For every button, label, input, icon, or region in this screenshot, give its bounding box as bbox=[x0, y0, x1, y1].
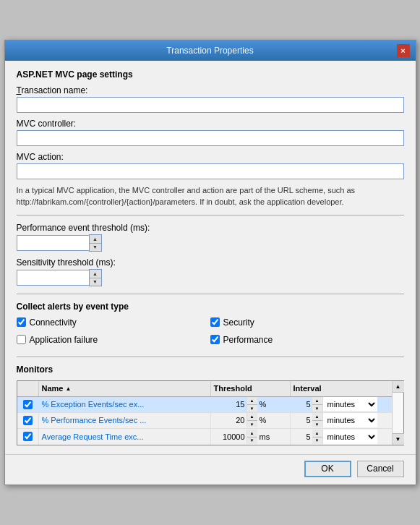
row3-threshold-up[interactable]: ▲ bbox=[247, 430, 257, 437]
th-threshold: Threshold bbox=[211, 381, 291, 396]
row3-threshold-down[interactable]: ▼ bbox=[247, 437, 257, 444]
row1-check-cell bbox=[17, 397, 39, 412]
table-row[interactable]: % Performance Events/sec ... ▲ ▼ % bbox=[17, 413, 392, 429]
row2-interval-up[interactable]: ▲ bbox=[312, 413, 322, 420]
divider-3 bbox=[17, 357, 404, 357]
row2-threshold-unit: % bbox=[257, 416, 269, 424]
sensitivity-up-button[interactable]: ▲ bbox=[90, 270, 101, 278]
row1-interval-input[interactable] bbox=[291, 397, 312, 411]
transaction-name-label-text: Transaction name: bbox=[17, 85, 88, 95]
checkbox-security: Security bbox=[210, 317, 404, 328]
row1-threshold-down[interactable]: ▼ bbox=[247, 404, 257, 411]
row3-checkbox[interactable] bbox=[23, 432, 33, 441]
row3-interval-select[interactable]: minutes seconds hours bbox=[322, 430, 377, 444]
row3-threshold-spinners: ▲ ▼ bbox=[247, 430, 257, 444]
row1-threshold-unit: % bbox=[257, 400, 269, 409]
app-failure-checkbox[interactable] bbox=[17, 335, 26, 344]
close-button[interactable]: × bbox=[397, 44, 410, 57]
row3-interval-input[interactable] bbox=[291, 430, 312, 444]
mvc-controller-input[interactable] bbox=[17, 130, 404, 146]
transaction-name-input[interactable] bbox=[17, 97, 404, 113]
row1-threshold-spinners: ▲ ▼ bbox=[247, 397, 257, 411]
transaction-properties-dialog: Transaction Properties × ASP.NET MVC pag… bbox=[4, 40, 416, 485]
connectivity-checkbox[interactable] bbox=[17, 317, 26, 327]
table-row[interactable]: % Exception Events/sec ex... ▲ ▼ % bbox=[17, 397, 392, 413]
performance-checkbox[interactable] bbox=[210, 335, 220, 344]
security-checkbox[interactable] bbox=[210, 317, 220, 327]
th-interval: Interval bbox=[291, 381, 377, 396]
monitors-section: Monitors Name ▲ Threshold Interval bbox=[17, 364, 404, 445]
row1-name-cell: % Exception Events/sec ex... bbox=[39, 397, 211, 412]
perf-threshold-spinner-buttons: ▲ ▼ bbox=[89, 234, 102, 252]
sensitivity-spinner-buttons: ▲ ▼ bbox=[89, 269, 102, 286]
row2-threshold-up[interactable]: ▲ bbox=[247, 413, 257, 420]
row1-threshold-up[interactable]: ▲ bbox=[247, 397, 257, 404]
mvc-action-label: MVC action: bbox=[17, 152, 404, 162]
row1-interval-select[interactable]: minutes seconds hours bbox=[322, 397, 377, 411]
table-header: Name ▲ Threshold Interval bbox=[17, 381, 392, 397]
row2-name-cell: % Performance Events/sec ... bbox=[39, 413, 211, 428]
cancel-button[interactable]: Cancel bbox=[357, 461, 404, 477]
row3-check-cell bbox=[17, 429, 39, 445]
row1-threshold-input[interactable] bbox=[211, 397, 247, 411]
row2-threshold-spinners: ▲ ▼ bbox=[247, 413, 257, 427]
sensitivity-label: Sensitivity threshold (ms): bbox=[17, 257, 404, 268]
row3-interval-up[interactable]: ▲ bbox=[312, 430, 322, 437]
row2-checkbox[interactable] bbox=[23, 416, 33, 425]
title-bar: Transaction Properties × bbox=[5, 40, 416, 61]
perf-threshold-down-button[interactable]: ▼ bbox=[90, 243, 101, 251]
monitors-table-inner: Name ▲ Threshold Interval % Exception Ev… bbox=[17, 381, 392, 445]
row3-threshold-unit: ms bbox=[257, 432, 273, 441]
row2-interval-input[interactable] bbox=[291, 413, 312, 427]
row3-name-cell: Average Request Time exc... bbox=[39, 429, 211, 445]
sensitivity-group: Sensitivity threshold (ms): 100 ▲ ▼ bbox=[17, 257, 404, 286]
row1-interval-down[interactable]: ▼ bbox=[312, 404, 322, 411]
alerts-section: Collect alerts by event type Connectivit… bbox=[17, 302, 404, 349]
th-name: Name ▲ bbox=[39, 381, 211, 396]
table-row[interactable]: Average Request Time exc... ▲ ▼ ms bbox=[17, 429, 392, 445]
perf-threshold-input[interactable]: 1000 bbox=[17, 235, 89, 251]
row2-interval-down[interactable]: ▼ bbox=[312, 420, 322, 427]
row1-interval-spinners: ▲ ▼ bbox=[312, 397, 322, 411]
mvc-action-input[interactable] bbox=[17, 163, 404, 179]
row2-interval-select[interactable]: minutes seconds hours bbox=[322, 413, 377, 427]
checkbox-connectivity: Connectivity bbox=[17, 317, 210, 328]
connectivity-label: Connectivity bbox=[30, 317, 77, 328]
row3-interval-down[interactable]: ▼ bbox=[312, 437, 322, 444]
row2-threshold-input[interactable] bbox=[211, 413, 247, 427]
perf-threshold-up-button[interactable]: ▲ bbox=[90, 235, 101, 243]
perf-threshold-label: Performance event threshold (ms): bbox=[17, 223, 404, 233]
row2-threshold-cell: ▲ ▼ % bbox=[211, 413, 291, 428]
row3-threshold-input[interactable] bbox=[211, 430, 247, 444]
perf-threshold-spinner: 1000 ▲ ▼ bbox=[17, 234, 404, 252]
mvc-info-text: In a typical MVC application, the MVC co… bbox=[17, 185, 404, 208]
sensitivity-input[interactable]: 100 bbox=[17, 270, 89, 286]
divider-1 bbox=[17, 215, 404, 215]
scroll-track bbox=[393, 393, 403, 433]
row2-threshold-down[interactable]: ▼ bbox=[247, 420, 257, 427]
row1-interval-up[interactable]: ▲ bbox=[312, 397, 322, 404]
scroll-up-button[interactable]: ▲ bbox=[393, 381, 404, 393]
sensitivity-down-button[interactable]: ▼ bbox=[90, 278, 101, 286]
row2-interval-cell: ▲ ▼ minutes seconds hours bbox=[291, 413, 377, 428]
alerts-section-title: Collect alerts by event type bbox=[17, 302, 404, 312]
divider-2 bbox=[17, 294, 404, 294]
table-scrollbar: ▲ ▼ bbox=[392, 381, 403, 445]
row2-interval-spinners: ▲ ▼ bbox=[312, 413, 322, 427]
app-failure-label: Application failure bbox=[30, 335, 98, 345]
row3-threshold-cell: ▲ ▼ ms bbox=[211, 429, 291, 445]
scroll-down-button[interactable]: ▼ bbox=[393, 433, 404, 445]
row1-checkbox[interactable] bbox=[23, 400, 33, 409]
mvc-controller-label: MVC controller: bbox=[17, 119, 404, 129]
row1-threshold-cell: ▲ ▼ % bbox=[211, 397, 291, 412]
sensitivity-spinner: 100 ▲ ▼ bbox=[17, 269, 404, 286]
name-sort-icon: ▲ bbox=[65, 385, 71, 392]
dialog-title: Transaction Properties bbox=[24, 46, 397, 56]
mvc-action-group: MVC action: bbox=[17, 152, 404, 179]
row3-interval-cell: ▲ ▼ minutes seconds hours bbox=[291, 429, 377, 445]
perf-threshold-group: Performance event threshold (ms): 1000 ▲… bbox=[17, 223, 404, 252]
row1-interval-cell: ▲ ▼ minutes seconds hours bbox=[291, 397, 377, 412]
mvc-controller-group: MVC controller: bbox=[17, 119, 404, 146]
ok-button[interactable]: OK bbox=[304, 461, 351, 477]
alerts-checkboxes-grid: Connectivity Security Application failur… bbox=[17, 317, 404, 349]
